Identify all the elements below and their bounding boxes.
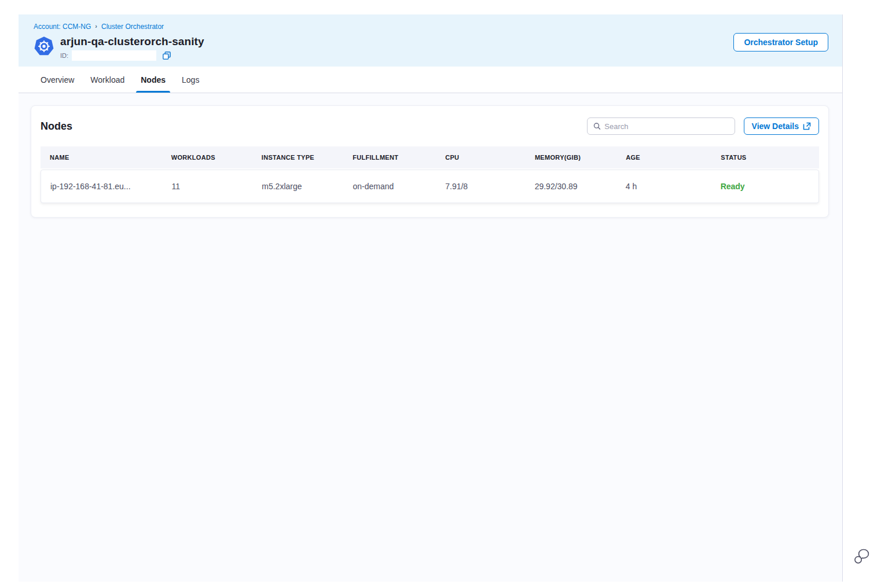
column-header-cpu: CPU bbox=[436, 154, 526, 161]
cell-fulfillment: on-demand bbox=[343, 182, 436, 191]
tab-nodes[interactable]: Nodes bbox=[140, 67, 167, 93]
column-header-age: Age bbox=[616, 154, 711, 161]
tab-overview[interactable]: Overview bbox=[39, 67, 75, 93]
orchestrator-setup-button[interactable]: Orchestrator Setup bbox=[733, 33, 828, 52]
table-header-row: Name Workloads Instance Type Fulfillment… bbox=[41, 146, 819, 168]
tab-logs[interactable]: Logs bbox=[181, 67, 200, 93]
breadcrumb: Account: CCM-NG › Cluster Orchestrator bbox=[34, 23, 828, 31]
cell-memory: 29.92/30.89 bbox=[526, 182, 616, 191]
app-frame: Account: CCM-NG › Cluster Orchestrator bbox=[19, 14, 843, 582]
cell-instance-type: m5.2xlarge bbox=[252, 182, 343, 191]
breadcrumb-separator: › bbox=[95, 23, 97, 30]
column-header-fulfillment: Fulfillment bbox=[343, 154, 436, 161]
content-area: Nodes View Details bbox=[19, 93, 842, 582]
nodes-panel: Nodes View Details bbox=[31, 105, 829, 218]
panel-title: Nodes bbox=[41, 120, 72, 133]
search-box bbox=[587, 117, 735, 135]
tabs-bar: Overview Workload Nodes Logs bbox=[19, 67, 842, 93]
copy-icon[interactable] bbox=[162, 51, 171, 60]
breadcrumb-section-link[interactable]: Cluster Orchestrator bbox=[101, 23, 164, 31]
cell-cpu: 7.91/8 bbox=[436, 182, 525, 191]
column-header-instance-type: Instance Type bbox=[252, 154, 343, 161]
kubernetes-icon bbox=[34, 36, 54, 57]
view-details-label: View Details bbox=[752, 122, 799, 131]
column-header-workloads: Workloads bbox=[162, 154, 252, 161]
view-details-button[interactable]: View Details bbox=[744, 117, 819, 135]
table-row[interactable]: ip-192-168-41-81.eu... 11 m5.2xlarge on-… bbox=[41, 170, 819, 203]
status-badge: Ready bbox=[711, 182, 818, 191]
cell-workloads: 11 bbox=[163, 182, 253, 191]
tab-workload[interactable]: Workload bbox=[89, 67, 126, 93]
search-icon bbox=[593, 122, 601, 130]
chat-bubbles-icon[interactable] bbox=[853, 546, 871, 565]
title-block: arjun-qa-clusterorch-sanity ID: bbox=[34, 35, 828, 61]
column-header-status: Status bbox=[711, 154, 819, 161]
page-header: Account: CCM-NG › Cluster Orchestrator bbox=[19, 14, 842, 67]
page-title: arjun-qa-clusterorch-sanity bbox=[60, 35, 204, 49]
search-input[interactable] bbox=[604, 122, 728, 131]
cluster-id-value bbox=[72, 50, 156, 61]
cell-node-name: ip-192-168-41-81.eu... bbox=[41, 182, 163, 191]
column-header-memory: Memory(GiB) bbox=[526, 154, 616, 161]
column-header-name: Name bbox=[41, 154, 162, 161]
breadcrumb-account-link[interactable]: Account: CCM-NG bbox=[34, 23, 91, 31]
external-link-icon bbox=[803, 122, 811, 130]
cell-age: 4 h bbox=[616, 182, 711, 191]
cluster-id-label: ID: bbox=[60, 52, 68, 59]
